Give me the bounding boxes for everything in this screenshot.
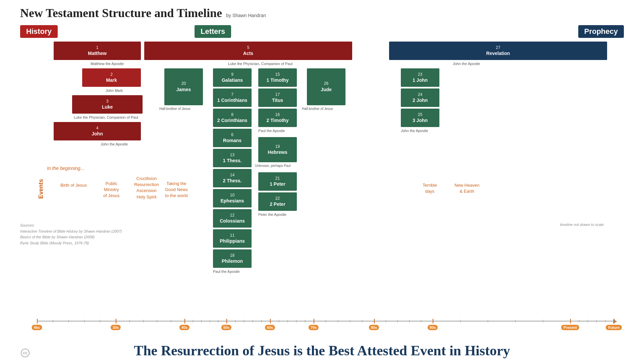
author-hebrews: Unknown, perhaps Paul	[255, 164, 290, 168]
book-2john: 24 2 John	[401, 88, 439, 107]
book-philemon: 18 Philemon	[213, 249, 252, 268]
author-acts: Luke the Physician, Companion of Paul	[228, 62, 292, 66]
tick-50s	[226, 319, 227, 323]
tick-4bc	[37, 319, 38, 323]
event-terrible: Terribledays	[423, 182, 437, 194]
badge-50s: 50s	[221, 325, 231, 330]
timeline-note: timeline not drawn to scale	[560, 223, 604, 227]
category-row: History Letters Prophecy	[20, 25, 624, 38]
event-crucifixion: CrucifixionResurrectionAscensionHoly Spi…	[134, 176, 159, 200]
book-acts: 5 Acts	[144, 42, 352, 60]
tick-80s	[374, 319, 375, 323]
book-romans: 6 Romans	[213, 129, 252, 147]
badge-80s: 80s	[369, 325, 379, 330]
tick-70s	[314, 319, 314, 323]
subtitle: by Shawn Handran	[226, 13, 266, 18]
book-2timothy: 16 2 Timothy	[258, 109, 297, 127]
letters-badge: Letters	[195, 25, 231, 38]
badge-90s: 90s	[428, 325, 438, 330]
page-title: New Testament Structure and Timeline	[20, 6, 222, 20]
book-2thess: 14 2 Thess.	[213, 169, 252, 187]
event-ministry: PublicMinistryof Jesus	[103, 181, 119, 199]
author-paul-group: Paul the Apostle	[213, 269, 240, 274]
author-matthew: Matthew the Apostle	[91, 62, 124, 66]
badge-present: Present	[561, 325, 579, 330]
events-label: Events	[38, 179, 45, 199]
event-heaven: New Heaven& Earth	[454, 182, 479, 194]
badge-30s: 30s	[111, 325, 121, 330]
badge-40s: 40s	[179, 325, 190, 330]
author-james: Half-brother of Jesus	[159, 107, 191, 111]
book-galatians: 9 Galatians	[213, 68, 252, 87]
in-beginning: In the beginning...	[47, 166, 84, 171]
book-luke: 3 Luke	[72, 95, 143, 114]
badge-60s: 60s	[265, 325, 275, 330]
book-hebrews: 19 Hebrews	[258, 137, 297, 162]
author-paul-pastoral: Paul the Apostle	[258, 129, 285, 133]
cc-icon: cc	[21, 349, 30, 357]
tick-future	[614, 319, 614, 323]
author-revelation: John the Apostle	[453, 62, 480, 66]
book-1peter: 21 1 Peter	[258, 172, 297, 191]
author-mark: John Mark	[106, 88, 123, 93]
book-1john: 23 1 John	[401, 68, 439, 87]
title-row: New Testament Structure and Timeline by …	[20, 6, 624, 20]
book-2peter: 22 2 Peter	[258, 192, 297, 211]
book-matthew: 1 Matthew	[54, 42, 141, 60]
book-1corinthians: 7 1 Corinthians	[213, 88, 252, 107]
author-jude: Half-brother of Jesus	[302, 107, 333, 111]
tick-90s	[433, 319, 433, 323]
book-james: 20 James	[164, 68, 203, 105]
badge-70s: 70s	[309, 325, 319, 330]
tick-60s	[270, 319, 271, 323]
tick-present	[570, 319, 571, 323]
book-titus: 17 Titus	[258, 88, 297, 107]
event-birth: Birth of Jesus	[60, 182, 87, 188]
author-peter: Peter the Apostle	[258, 213, 286, 217]
book-philippians: 11 Philippians	[213, 229, 252, 248]
tick-40s	[184, 319, 185, 323]
book-ephesians: 10 Ephesians	[213, 189, 252, 207]
author-luke: Luke the Physician, Companion of Paul	[74, 115, 138, 119]
event-goodnews: Taking theGood Newsto the world	[165, 181, 188, 199]
book-3john: 25 3 John	[401, 109, 439, 127]
history-badge: History	[20, 25, 58, 38]
book-revelation: 27 Revelation	[389, 42, 607, 60]
book-jude: 26 Jude	[307, 68, 345, 105]
book-mark: 2 Mark	[82, 68, 141, 87]
badge-4bc: 4bc	[32, 325, 42, 330]
book-john: 4 John	[54, 122, 141, 140]
author-john-apostle: John the Apostle	[401, 129, 428, 133]
book-colossians: 12 Colossians	[213, 209, 252, 228]
book-1timothy: 15 1 Timothy	[258, 68, 297, 87]
badge-future: Future	[606, 325, 622, 330]
timeline: 4bc 30s 40s 50s 60s 70s 80s 90s Present …	[20, 317, 624, 330]
book-2corinthians: 8 2 Corinthians	[213, 109, 252, 127]
prophecy-badge: Prophecy	[578, 25, 624, 38]
tagline: The Resurrection of Jesus is the Best At…	[0, 343, 644, 359]
books-area: 1 Matthew Matthew the Apostle 2 Mark Joh…	[20, 42, 624, 236]
author-john: John the Apostle	[101, 142, 128, 146]
book-1thess: 13 1 Thess.	[213, 149, 252, 167]
tick-30s	[116, 319, 116, 323]
